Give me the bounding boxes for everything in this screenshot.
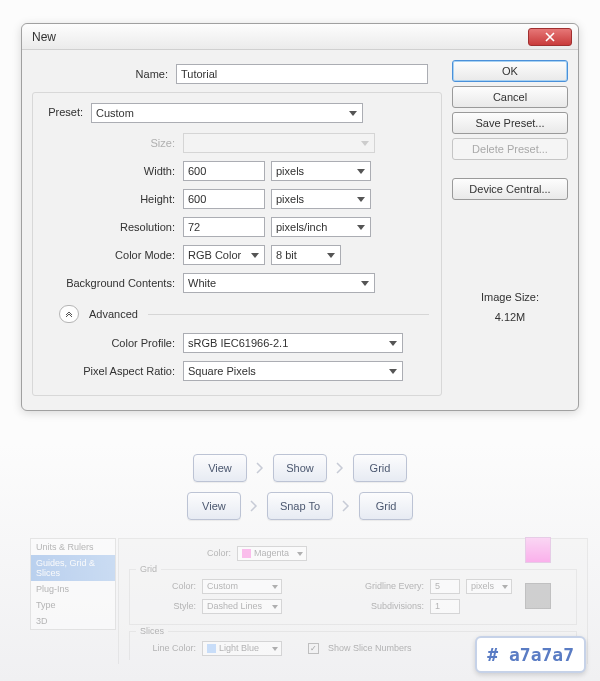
background-label: Background Contents: [39,277,183,289]
chevron-right-icon [253,457,267,479]
menu-path-area: View Show Grid View Snap To Grid [0,454,600,530]
preset-label: Preset: [39,106,91,118]
crumb-grid[interactable]: Grid [353,454,407,482]
width-label: Width: [39,165,183,177]
guides-color-label: Color: [173,548,231,558]
show-slice-label: Show Slice Numbers [328,643,412,653]
gridline-unit-select[interactable]: pixels [466,579,512,594]
grid-style-select[interactable]: Dashed Lines [202,599,282,614]
image-size-label: Image Size: [452,288,568,308]
gridline-every-input[interactable]: 5 [430,579,460,594]
close-icon [545,32,555,42]
color-mode-select[interactable]: RGB Color [183,245,265,265]
chevron-right-icon [339,495,353,517]
image-size-info: Image Size: 4.12M [452,288,568,328]
prefs-sidebar: Units & Rulers Guides, Grid & Slices Plu… [30,538,116,630]
subdivisions-label: Subdivisions: [354,601,424,611]
show-slice-checkbox[interactable]: ✓ [308,643,319,654]
color-mode-label: Color Mode: [39,249,183,261]
chevron-right-icon [247,495,261,517]
preset-group: Preset: Custom Size: Width: 600 pixels H… [32,92,442,396]
titlebar: New [22,24,578,50]
grid-section: Grid Color: Custom Gridline Every: 5 pix… [129,569,577,625]
preset-select[interactable]: Custom [91,103,363,123]
resolution-unit-select[interactable]: pixels/inch [271,217,371,237]
size-label: Size: [39,137,183,149]
grid-color-label: Color: [138,581,196,591]
resolution-input[interactable]: 72 [183,217,265,237]
magenta-swatch[interactable] [525,537,551,563]
guides-color-select[interactable]: Magenta [237,546,307,561]
crumb-grid[interactable]: Grid [359,492,413,520]
device-central-button[interactable]: Device Central... [452,178,568,200]
sidebar-item-units[interactable]: Units & Rulers [31,539,115,555]
divider [148,314,429,315]
size-select [183,133,375,153]
sidebar-item-guides[interactable]: Guides, Grid & Slices [31,555,115,581]
grid-style-label: Style: [138,601,196,611]
dialog-title: New [32,30,528,44]
advanced-toggle[interactable] [59,305,79,323]
delete-preset-button: Delete Preset... [452,138,568,160]
crumb-view[interactable]: View [187,492,241,520]
color-profile-label: Color Profile: [39,337,183,349]
crumb-snap-to[interactable]: Snap To [267,492,333,520]
line-color-label: Line Color: [138,643,196,653]
line-color-select[interactable]: Light Blue [202,641,282,656]
width-input[interactable]: 600 [183,161,265,181]
grid-color-select[interactable]: Custom [202,579,282,594]
sidebar-item-plugins[interactable]: Plug-Ins [31,581,115,597]
grid-section-title: Grid [136,564,161,574]
height-input[interactable]: 600 [183,189,265,209]
pixel-aspect-select[interactable]: Square Pixels [183,361,403,381]
advanced-label: Advanced [85,308,142,320]
height-unit-select[interactable]: pixels [271,189,371,209]
close-button[interactable] [528,28,572,46]
save-preset-button[interactable]: Save Preset... [452,112,568,134]
ok-button[interactable]: OK [452,60,568,82]
slices-section-title: Slices [136,626,168,636]
new-document-dialog: New Name: Tutorial Preset: Custom Size: [21,23,579,411]
height-label: Height: [39,193,183,205]
menu-path-row-2: View Snap To Grid [0,492,600,520]
name-input[interactable]: Tutorial [176,64,428,84]
menu-path-row-1: View Show Grid [0,454,600,482]
subdivisions-input[interactable]: 1 [430,599,460,614]
color-depth-select[interactable]: 8 bit [271,245,341,265]
crumb-view[interactable]: View [193,454,247,482]
width-unit-select[interactable]: pixels [271,161,371,181]
hex-color-callout: # a7a7a7 [475,636,586,673]
name-label: Name: [32,68,176,80]
chevron-up-icon [65,310,73,318]
image-size-value: 4.12M [452,308,568,328]
cancel-button[interactable]: Cancel [452,86,568,108]
chevron-right-icon [333,457,347,479]
pixel-aspect-label: Pixel Aspect Ratio: [39,365,183,377]
background-select[interactable]: White [183,273,375,293]
sidebar-item-3d[interactable]: 3D [31,613,115,629]
gridline-every-label: Gridline Every: [354,581,424,591]
crumb-show[interactable]: Show [273,454,327,482]
sidebar-item-type[interactable]: Type [31,597,115,613]
resolution-label: Resolution: [39,221,183,233]
color-profile-select[interactable]: sRGB IEC61966-2.1 [183,333,403,353]
